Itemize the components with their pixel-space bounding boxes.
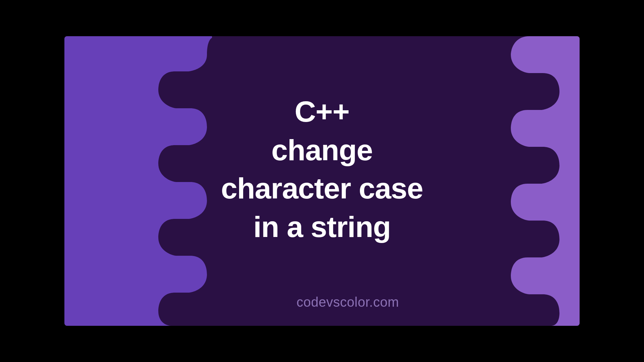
- decorative-blob-left: [64, 36, 212, 326]
- banner-title: C++ change character case in a string: [221, 93, 423, 246]
- site-credit: codevscolor.com: [297, 295, 399, 310]
- banner-card: C++ change character case in a string co…: [64, 36, 580, 326]
- decorative-blob-right: [469, 36, 580, 326]
